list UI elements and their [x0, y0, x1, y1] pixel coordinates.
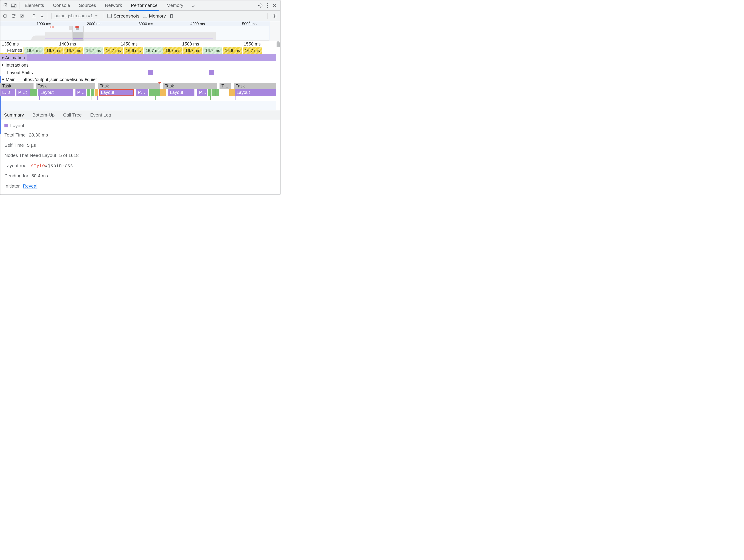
flame-segment[interactable] — [153, 89, 157, 96]
frame-segment[interactable]: 16.7 ms — [163, 47, 183, 54]
panel-right-controls — [258, 3, 276, 8]
interactions-label: Interactions — [5, 63, 28, 68]
layout-shift-bar[interactable] — [209, 70, 214, 75]
flame-segment[interactable] — [91, 89, 94, 96]
task-segment[interactable]: Task — [98, 83, 111, 89]
flame-row-1[interactable]: L…tP…tLayoutP…LayoutP…LayoutP…Layout — [0, 89, 276, 96]
device-toolbar-icon[interactable] — [10, 1, 18, 10]
kv-key: Initiator — [4, 183, 20, 189]
frame-segment[interactable]: 16.7 ms — [144, 47, 163, 54]
flame-segment[interactable] — [208, 89, 211, 96]
tab-overflow-icon[interactable]: » — [192, 1, 195, 10]
task-segment[interactable]: Task — [163, 83, 176, 89]
kv-key: Pending for — [4, 173, 28, 179]
animation-label: Animation — [5, 55, 25, 61]
main-track-header[interactable]: Main — https://output.jsbin.com/elisum/9… — [0, 76, 276, 83]
reload-icon[interactable] — [11, 13, 16, 18]
settings-gear-icon[interactable] — [258, 3, 263, 8]
ov-tick: 1000 ms — [37, 22, 51, 26]
trash-icon[interactable] — [170, 13, 174, 18]
frame-segment[interactable]: 16.6 ms — [25, 47, 44, 54]
frame-segment[interactable]: 16.6 ms — [124, 47, 143, 54]
flame-segment[interactable] — [212, 89, 215, 96]
ov-tick: 5000 ms — [242, 22, 257, 26]
details-tab-event-log[interactable]: Event Log — [90, 111, 112, 119]
tab-console[interactable]: Console — [52, 1, 71, 10]
frame-segment[interactable]: 16.7 ms — [44, 47, 64, 54]
frames-track[interactable]: ns16.6 ms16.7 ms16.7 ms16.7 ms16.7 ms16.… — [0, 47, 276, 54]
layout-shift-bar[interactable] — [148, 70, 153, 75]
frame-segment[interactable]: 16.7 ms — [203, 47, 223, 54]
tab-elements[interactable]: Elements — [24, 1, 45, 10]
flame-segment[interactable]: P… — [75, 89, 86, 96]
tab-sources[interactable]: Sources — [79, 1, 97, 10]
interactions-track[interactable]: Interactions — [0, 61, 276, 69]
flame-segment[interactable]: Layout — [99, 89, 134, 96]
frame-segment[interactable]: 16.7 ms — [104, 47, 124, 54]
task-segment[interactable]: T… — [220, 83, 230, 89]
overview-timeline[interactable]: 1000 ms 2000 ms 3000 ms 4000 ms 5000 ms … — [0, 21, 280, 41]
kv-key: Total Time — [4, 132, 26, 138]
flame-tick — [35, 96, 35, 100]
frame-segment[interactable]: 16.7 ms — [243, 47, 263, 54]
flame-segment[interactable] — [87, 89, 90, 96]
task-segment[interactable]: Task — [36, 83, 48, 89]
flame-tick — [97, 96, 98, 100]
upload-icon[interactable] — [32, 13, 36, 18]
tab-network[interactable]: Network — [105, 1, 122, 10]
flame-segment[interactable]: Layout — [38, 89, 73, 96]
flame-segment[interactable]: P… — [136, 89, 148, 96]
details-tab-summary[interactable]: Summary — [4, 111, 25, 119]
tab-memory[interactable]: Memory — [166, 1, 184, 10]
flame-segment[interactable]: P…t — [16, 89, 30, 96]
svg-point-6 — [267, 5, 268, 6]
flame-chart-tracks[interactable]: ns16.6 ms16.7 ms16.7 ms16.7 ms16.7 ms16.… — [0, 47, 280, 110]
svg-rect-3 — [15, 4, 16, 7]
flame-segment[interactable] — [160, 89, 166, 96]
screenshots-checkbox[interactable]: Screenshots — [107, 13, 139, 18]
memory-label: Memory — [149, 13, 166, 18]
flame-segment[interactable] — [215, 89, 219, 96]
frame-segment[interactable]: 16.7 ms — [64, 47, 84, 54]
flame-tick — [210, 96, 211, 100]
kv-value: 50.4 ms — [31, 173, 48, 179]
tab-performance[interactable]: Performance — [131, 1, 158, 10]
clear-icon[interactable] — [20, 13, 25, 18]
layout-root-selector[interactable]: #jsbin-css — [45, 163, 73, 168]
task-row[interactable]: Task Task Task Task T… Task — [0, 83, 276, 89]
animation-track-header[interactable]: Animation — [0, 54, 27, 61]
flame-segment[interactable]: Layout — [235, 89, 276, 96]
flame-segment[interactable] — [34, 89, 37, 96]
flame-segment[interactable]: Layout — [168, 89, 194, 96]
capture-settings-gear-icon[interactable] — [272, 13, 277, 18]
layout-shifts-track[interactable]: Layout Shifts — [0, 69, 276, 76]
details-tab-call-tree[interactable]: Call Tree — [63, 111, 82, 119]
frame-segment[interactable]: 16.6 ms — [223, 47, 243, 54]
flame-segment[interactable] — [95, 89, 98, 96]
flame-segment[interactable]: P… — [197, 89, 207, 96]
color-swatch-icon — [4, 124, 8, 127]
animation-track[interactable]: Animation — [0, 54, 276, 61]
memory-checkbox[interactable]: Memory — [143, 13, 166, 18]
flame-segment[interactable] — [30, 89, 34, 96]
flame-chart-padding — [0, 101, 276, 110]
kebab-menu-icon[interactable] — [267, 3, 268, 8]
inspect-element-icon[interactable] — [2, 1, 10, 10]
reveal-link[interactable]: Reveal — [23, 183, 37, 189]
details-tab-bottom-up[interactable]: Bottom-Up — [32, 111, 55, 119]
task-segment[interactable]: Task — [234, 83, 247, 89]
flame-segment[interactable] — [157, 89, 160, 96]
layout-root-tag[interactable]: style — [31, 163, 45, 168]
record-icon[interactable] — [3, 13, 7, 18]
flame-segment[interactable]: L…t — [0, 89, 15, 96]
frame-segment[interactable]: 16.7 ms — [183, 47, 203, 54]
target-selector[interactable]: output.jsbin.com #1 — [51, 13, 100, 19]
zoom-ruler[interactable]: 1350 ms 1400 ms 1450 ms 1500 ms 1550 ms — [0, 41, 280, 47]
z-tick: 1350 ms — [2, 41, 19, 47]
task-segment[interactable]: Task — [0, 83, 13, 89]
checkbox-icon — [107, 14, 112, 18]
flame-segment[interactable] — [149, 89, 153, 96]
download-icon[interactable] — [40, 13, 44, 18]
close-icon[interactable] — [272, 4, 276, 7]
frame-segment[interactable]: 16.7 ms — [84, 47, 104, 54]
